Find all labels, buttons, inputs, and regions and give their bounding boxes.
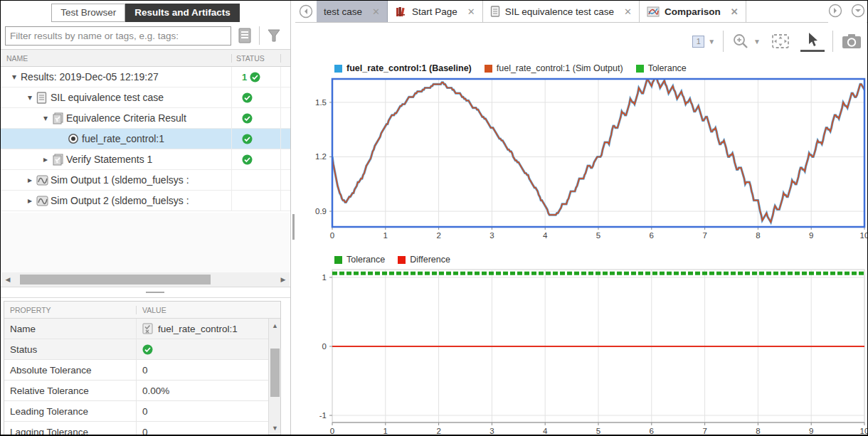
tree-row[interactable]: ▸Verify Statements 1 xyxy=(1,149,290,170)
svg-text:10: 10 xyxy=(860,231,868,240)
property-row[interactable]: Leading Tolerance0 xyxy=(4,401,280,422)
passed-check-icon xyxy=(242,134,253,144)
property-value[interactable] xyxy=(137,339,280,359)
property-vertical-scrollbar[interactable]: ▲ ▼ xyxy=(268,319,280,435)
legend-swatch xyxy=(485,65,492,73)
test-case-icon xyxy=(36,92,51,104)
close-icon[interactable]: ✕ xyxy=(467,6,475,17)
scroll-left-arrow-icon[interactable]: ◀ xyxy=(1,272,14,287)
property-value[interactable]: 0.00% xyxy=(137,381,280,400)
snapshot-camera-button[interactable] xyxy=(841,32,862,50)
document-tab[interactable]: SIL equivalence test case✕ xyxy=(483,1,640,22)
tab-bar-right-controls xyxy=(828,1,867,23)
caret-right-icon[interactable]: ▸ xyxy=(23,196,36,206)
caret-down-icon[interactable]: ▾ xyxy=(8,72,21,82)
scroll-right-arrow-icon[interactable]: ▶ xyxy=(277,272,290,287)
svg-text:2: 2 xyxy=(436,427,440,435)
filter-results-input[interactable] xyxy=(5,26,231,46)
difference-chart[interactable]: 012345678910-101 xyxy=(295,267,868,436)
svg-text:7: 7 xyxy=(702,231,706,240)
browser-tab-switcher: Test Browser Results and Artifacts xyxy=(1,1,290,22)
scrollbar-thumb[interactable] xyxy=(270,349,280,397)
document-tab[interactable]: Comparison✕ xyxy=(640,1,746,22)
column-header-status[interactable]: STATUS xyxy=(232,54,281,63)
tabs-scroll-left-button[interactable] xyxy=(295,1,317,22)
filter-funnel-icon[interactable] xyxy=(265,27,282,44)
tree-row[interactable]: ▸Sim Output 1 (sldemo_fuelsys : xyxy=(1,170,290,191)
svg-text:0.9: 0.9 xyxy=(315,207,327,216)
data-cursor-button-selected[interactable] xyxy=(800,31,825,52)
document-tab[interactable]: test case✕ xyxy=(317,1,388,22)
legend-item: fuel_rate_control:1 (Baseline) xyxy=(334,63,472,73)
svg-text:0: 0 xyxy=(330,427,334,435)
tree-row-name: ▸Verify Statements 1 xyxy=(1,149,232,169)
property-value[interactable]: fuel_rate_control:1 xyxy=(137,319,280,339)
tabs-list-dropdown-button[interactable] xyxy=(851,4,865,21)
document-tab[interactable]: Start Page✕ xyxy=(388,1,483,22)
column-header-name[interactable]: NAME xyxy=(1,54,232,63)
close-icon[interactable]: ✕ xyxy=(372,6,380,17)
legend-swatch xyxy=(398,256,406,264)
passed-check-icon xyxy=(242,154,253,165)
svg-text:4: 4 xyxy=(543,231,548,240)
tree-row-label: Results: 2019-Dec-05 12:19:27 xyxy=(21,71,159,83)
svg-text:8: 8 xyxy=(756,427,760,435)
svg-text:5: 5 xyxy=(596,427,600,435)
tree-row[interactable]: fuel_rate_control:1 xyxy=(1,129,290,149)
zoom-in-button[interactable]: ▼ xyxy=(731,32,761,50)
tabs-scroll-right-button[interactable] xyxy=(828,4,842,21)
document-icon xyxy=(490,6,500,17)
property-row[interactable]: Relative Tolerance0.00% xyxy=(4,381,280,401)
property-value-text: 0.00% xyxy=(142,386,169,396)
scroll-up-arrow-icon[interactable]: ▲ xyxy=(269,319,281,333)
caret-down-icon[interactable]: ▾ xyxy=(39,113,52,123)
tree-row-label: Verify Statements 1 xyxy=(66,154,152,165)
fit-to-view-button[interactable] xyxy=(771,33,790,50)
column-header-property[interactable]: PROPERTY xyxy=(4,306,137,314)
column-header-value[interactable]: VALUE xyxy=(137,306,280,314)
chevron-down-icon: ▼ xyxy=(708,38,715,46)
subplot-layout-button[interactable]: 1 ▼ xyxy=(692,36,715,48)
criteria-icon xyxy=(52,112,66,124)
report-icon[interactable] xyxy=(237,27,253,44)
scroll-down-arrow-icon[interactable]: ▼ xyxy=(269,421,281,435)
vertical-splitter-grip[interactable] xyxy=(292,214,295,240)
property-row[interactable]: Absolute Tolerance0 xyxy=(4,360,280,381)
tree-row[interactable]: ▸Sim Output 2 (sldemo_fuelsys : xyxy=(1,191,290,211)
results-tree: ▾Results: 2019-Dec-05 12:19:271▾SIL equi… xyxy=(1,67,290,211)
property-value-text: 0 xyxy=(142,406,148,417)
plot-toolbar: 1 ▼ ▼ xyxy=(692,29,862,53)
property-row[interactable]: Namefuel_rate_control:1 xyxy=(4,319,280,339)
caret-right-icon[interactable]: ▸ xyxy=(23,175,36,185)
tab-results-and-artifacts[interactable]: Results and Artifacts xyxy=(125,4,240,22)
svg-text:8: 8 xyxy=(756,231,760,240)
tree-horizontal-scrollbar[interactable]: ◀ ▶ xyxy=(1,272,290,287)
tree-row[interactable]: ▾SIL equivalence test case xyxy=(1,87,290,108)
close-icon[interactable]: ✕ xyxy=(731,6,739,17)
property-value[interactable]: 0 xyxy=(137,422,280,436)
caret-right-icon[interactable]: ▸ xyxy=(39,154,52,164)
tab-test-browser[interactable]: Test Browser xyxy=(51,4,125,22)
results-table-header: NAME STATUS xyxy=(1,49,290,67)
top-chart-legend: fuel_rate_control:1 (Baseline)fuel_rate_… xyxy=(334,63,687,73)
tree-row-status xyxy=(232,87,281,107)
property-row[interactable]: Lagging Tolerance0 xyxy=(4,422,280,436)
divider xyxy=(723,31,724,52)
scrollbar-thumb[interactable] xyxy=(20,275,211,285)
property-value[interactable]: 0 xyxy=(137,401,280,421)
tree-row[interactable]: ▾Results: 2019-Dec-05 12:19:271 xyxy=(1,67,290,87)
property-table-header: PROPERTY VALUE xyxy=(4,302,280,319)
signal-icon xyxy=(36,175,51,186)
close-icon[interactable]: ✕ xyxy=(624,6,632,17)
tree-row[interactable]: ▾Equivalence Criteria Result xyxy=(1,108,290,129)
property-row[interactable]: Status xyxy=(4,339,280,360)
comparison-chart[interactable]: 0123456789100.91.21.5 xyxy=(295,75,868,245)
panel-splitter[interactable] xyxy=(1,287,290,298)
results-explorer-panel: Test Browser Results and Artifacts NAME … xyxy=(1,1,291,435)
caret-down-icon[interactable]: ▾ xyxy=(23,92,36,102)
svg-text:4: 4 xyxy=(543,427,548,435)
tree-row-label: Sim Output 1 (sldemo_fuelsys : xyxy=(51,174,189,186)
filter-row xyxy=(1,22,290,49)
criteria-icon xyxy=(52,154,66,166)
property-value[interactable]: 0 xyxy=(137,360,280,380)
